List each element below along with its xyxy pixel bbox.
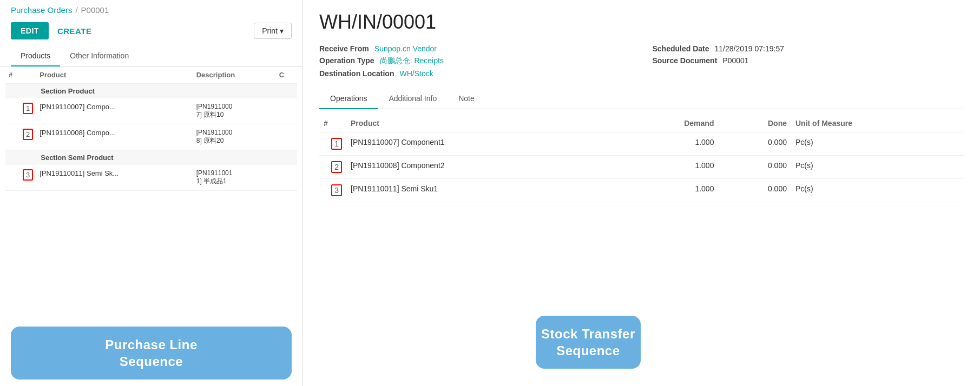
table-row: 1 [PN19110007] Compo... [PN19110007] 原料1… — [5, 98, 297, 124]
tabs-right: Operations Additional Info Note — [319, 89, 964, 109]
info-grid: Receive From Sunpop.cn Vendor Operation … — [319, 44, 964, 78]
print-label: Print — [262, 26, 278, 35]
ops-row-uom: Pc(s) — [791, 156, 964, 179]
col-description: Description — [193, 66, 276, 84]
ops-table-body: 1 [PN19110007] Component1 1.000 0.000 Pc… — [319, 132, 964, 202]
info-col-right: Scheduled Date 11/28/2019 07:19:57 Sourc… — [653, 44, 964, 78]
operation-type-value[interactable]: 尚鹏总仓: Receipts — [380, 56, 444, 66]
products-table: # Product Description C Section Product — [5, 66, 297, 191]
source-doc-value: P00001 — [722, 56, 748, 65]
ops-col-done: Done — [718, 115, 791, 132]
print-button[interactable]: Print ▾ — [254, 23, 292, 39]
edit-button[interactable]: EDIT — [11, 22, 49, 39]
breadcrumb-link[interactable]: Purchase Orders — [11, 5, 72, 15]
info-col-left: Receive From Sunpop.cn Vendor Operation … — [319, 44, 631, 78]
col-product: Product — [36, 66, 193, 84]
col-num: # — [5, 66, 36, 84]
ops-row-uom: Pc(s) — [791, 132, 964, 156]
wh-title: WH/IN/00001 — [319, 11, 964, 34]
row-num: 2 — [5, 124, 36, 150]
destination-label: Destination Location — [319, 69, 394, 78]
row-num: 3 — [5, 165, 36, 191]
row-description: [PN19110007] 原料10 — [193, 98, 276, 124]
breadcrumb-separator: / — [75, 5, 77, 15]
ops-row-num: 1 — [319, 132, 346, 156]
ops-row-done: 0.000 — [718, 179, 791, 202]
highlight-num-1: 1 — [23, 103, 33, 114]
ops-row-num: 3 — [319, 179, 346, 202]
table-row: 3 [PN19110011] Semi Sk... [PN19110011] 半… — [5, 165, 297, 191]
ops-table-header: # Product Demand Done Unit of Measure — [319, 115, 964, 132]
ops-row-product: [PN19110007] Component1 — [346, 132, 617, 156]
create-button[interactable]: CREATE — [57, 26, 92, 36]
row-c — [276, 165, 297, 191]
section-label-semi: Section Semi Product — [36, 150, 297, 165]
operation-type-row: Operation Type 尚鹏总仓: Receipts — [319, 56, 631, 66]
ops-row-done: 0.000 — [718, 132, 791, 156]
row-product: [PN19110008] Compo... — [36, 124, 193, 150]
left-panel: Purchase Orders / P00001 EDIT CREATE Pri… — [0, 0, 303, 386]
ops-row-demand: 1.000 — [617, 179, 719, 202]
ops-highlight-2: 2 — [331, 161, 342, 173]
ops-row-demand: 1.000 — [617, 156, 719, 179]
ops-row-product: [PN19110011] Semi Sku1 — [346, 179, 617, 202]
destination-value[interactable]: WH/Stock — [399, 69, 433, 78]
tab-other-information[interactable]: Other Information — [60, 46, 139, 66]
print-dropdown-icon[interactable]: ▾ — [280, 26, 284, 35]
ops-highlight-1: 1 — [331, 138, 342, 150]
scheduled-date-label: Scheduled Date — [653, 44, 709, 53]
ops-row-product: [PN19110008] Component2 — [346, 156, 617, 179]
ops-row-num: 2 — [319, 156, 346, 179]
row-description: [PN19110008] 原料20 — [193, 124, 276, 150]
ops-col-uom: Unit of Measure — [791, 115, 964, 132]
tab-operations[interactable]: Operations — [319, 89, 378, 109]
receive-from-row: Receive From Sunpop.cn Vendor — [319, 44, 631, 53]
tab-products[interactable]: Products — [11, 46, 60, 66]
ops-row-done: 0.000 — [718, 156, 791, 179]
operations-table-area: # Product Demand Done Unit of Measure 1 — [319, 109, 964, 305]
bottom-row: Stock TransferSequence — [319, 309, 964, 375]
products-table-body: Section Product 1 [PN19110007] Compo... … — [5, 84, 297, 191]
row-description: [PN19110011] 半成品1 — [193, 165, 276, 191]
table-row: 2 [PN19110008] Compo... [PN19110008] 原料2… — [5, 124, 297, 150]
scheduled-date-row: Scheduled Date 11/28/2019 07:19:57 — [653, 44, 964, 53]
operations-table: # Product Demand Done Unit of Measure 1 — [319, 115, 964, 202]
products-table-header: # Product Description C — [5, 66, 297, 84]
ops-col-demand: Demand — [617, 115, 719, 132]
ops-row-uom: Pc(s) — [791, 179, 964, 202]
section-row-product: Section Product — [5, 84, 297, 99]
source-doc-label: Source Document — [653, 56, 718, 65]
table-row: 1 [PN19110007] Component1 1.000 0.000 Pc… — [319, 132, 964, 156]
breadcrumb: Purchase Orders / P00001 — [0, 0, 302, 18]
table-row: 2 [PN19110008] Component2 1.000 0.000 Pc… — [319, 156, 964, 179]
row-num: 1 — [5, 98, 36, 124]
tab-additional-info[interactable]: Additional Info — [378, 89, 448, 109]
ops-row-demand: 1.000 — [617, 132, 719, 156]
table-row: 3 [PN19110011] Semi Sku1 1.000 0.000 Pc(… — [319, 179, 964, 202]
purchase-line-sequence-banner: Purchase LineSequence — [11, 327, 292, 380]
ops-col-num: # — [319, 115, 346, 132]
tabs-left: Products Other Information — [0, 46, 302, 66]
destination-row: Destination Location WH/Stock — [319, 69, 631, 78]
section-label-product: Section Product — [36, 84, 297, 99]
row-product: [PN19110007] Compo... — [36, 98, 193, 124]
operation-type-label: Operation Type — [319, 56, 374, 65]
stock-transfer-sequence-banner: Stock TransferSequence — [536, 316, 641, 369]
ops-highlight-3: 3 — [331, 184, 342, 196]
right-panel: WH/IN/00001 Receive From Sunpop.cn Vendo… — [303, 0, 980, 386]
source-doc-row: Source Document P00001 — [653, 56, 964, 65]
row-product: [PN19110011] Semi Sk... — [36, 165, 193, 191]
tab-note[interactable]: Note — [448, 89, 485, 109]
products-table-area: # Product Description C Section Product — [0, 66, 302, 320]
receive-from-label: Receive From — [319, 44, 369, 53]
row-c — [276, 98, 297, 124]
col-c: C — [276, 66, 297, 84]
row-c — [276, 124, 297, 150]
action-bar: EDIT CREATE Print ▾ — [0, 18, 302, 46]
ops-col-product: Product — [346, 115, 617, 132]
scheduled-date-value: 11/28/2019 07:19:57 — [715, 44, 784, 53]
receive-from-value[interactable]: Sunpop.cn Vendor — [374, 44, 437, 53]
section-row-semi: Section Semi Product — [5, 150, 297, 165]
highlight-num-2: 2 — [23, 129, 33, 140]
highlight-num-3: 3 — [23, 169, 33, 181]
